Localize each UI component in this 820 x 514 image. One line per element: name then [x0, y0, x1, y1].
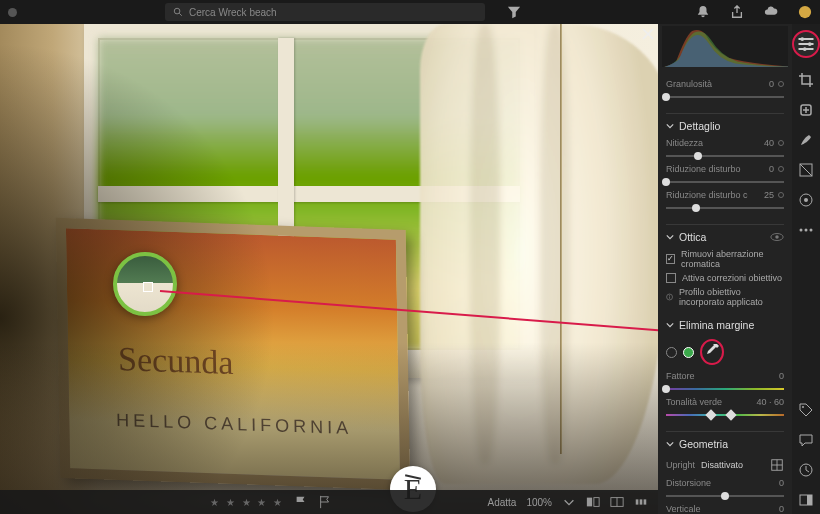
svg-point-25 — [800, 229, 803, 232]
amount-slider[interactable] — [666, 383, 784, 395]
info-icon — [666, 292, 673, 302]
filmstrip-bar: ★ ★ ★ ★ ★ Adatta 100% — [0, 490, 658, 514]
nr-value: 0 — [752, 164, 774, 174]
heal-icon[interactable] — [798, 102, 814, 118]
compare-icon[interactable] — [586, 495, 600, 509]
chevron-down-icon[interactable] — [562, 495, 576, 509]
panel-toggle-icon[interactable] — [798, 492, 814, 508]
svg-rect-8 — [640, 499, 643, 504]
optics-header[interactable]: Ottica — [666, 224, 784, 247]
lens-checkbox[interactable]: Attiva correzioni obiettivo — [666, 271, 784, 285]
fit-label[interactable]: Adatta — [488, 497, 517, 508]
svg-line-1 — [179, 13, 182, 16]
svg-point-20 — [803, 47, 807, 51]
radial-gradient-icon[interactable] — [798, 192, 814, 208]
app-root: Cerca Wreck beach Secunda HELLO CALIFORN… — [0, 0, 820, 514]
grain-reset[interactable] — [778, 81, 784, 87]
eye-icon[interactable] — [770, 232, 784, 242]
close-icon[interactable] — [642, 28, 654, 40]
hue-slider[interactable] — [666, 409, 784, 421]
nr-color-value: 25 — [752, 190, 774, 200]
top-bar: Cerca Wreck beach — [0, 0, 820, 24]
share-icon[interactable] — [730, 5, 744, 19]
vertical-value: 0 — [762, 504, 784, 514]
reject-icon[interactable] — [318, 495, 332, 509]
hue-value: 40 · 60 — [748, 397, 784, 407]
zoom-value[interactable]: 100% — [526, 497, 552, 508]
svg-rect-7 — [636, 499, 639, 504]
grain-slider[interactable] — [666, 91, 784, 103]
eyedropper-highlight — [700, 339, 724, 365]
user-icon[interactable] — [798, 5, 812, 19]
distortion-value: 0 — [762, 478, 784, 488]
sharpness-label: Nitidezza — [666, 138, 748, 148]
cloud-icon[interactable] — [764, 5, 778, 19]
sharpness-slider[interactable] — [666, 150, 784, 162]
svg-point-2 — [799, 6, 811, 18]
profile-info: Profilo obiettivo incorporato applicato — [666, 285, 784, 309]
svg-rect-4 — [594, 498, 599, 507]
rating-stars[interactable]: ★ ★ ★ ★ ★ — [210, 497, 284, 508]
photo-canvas[interactable]: Secunda HELLO CALIFORNIA E ★ ★ ★ ★ ★ Ada… — [0, 24, 658, 514]
grain-label: Granulosità — [666, 79, 748, 89]
amount-value: 0 — [762, 371, 784, 381]
comments-icon[interactable] — [798, 432, 814, 448]
svg-point-14 — [669, 295, 670, 296]
histogram[interactable] — [662, 26, 788, 67]
crop-icon[interactable] — [798, 72, 814, 88]
svg-rect-31 — [807, 495, 812, 505]
tool-strip — [792, 24, 820, 514]
distortion-label: Distorsione — [666, 478, 758, 488]
svg-rect-3 — [587, 498, 592, 507]
guided-upright-icon[interactable] — [770, 458, 784, 472]
window-dot[interactable] — [8, 8, 17, 17]
edit-sliders-icon[interactable] — [792, 30, 820, 58]
brush-icon[interactable] — [798, 132, 814, 148]
optics-title: Ottica — [679, 231, 706, 243]
nr-color-slider[interactable] — [666, 202, 784, 214]
chevron-down-icon — [666, 440, 674, 448]
fringe-header[interactable]: Elimina margine — [666, 313, 784, 335]
vertical-label: Verticale — [666, 504, 758, 514]
svg-point-28 — [802, 406, 804, 408]
upright-label: Upright — [666, 460, 695, 470]
nr-slider[interactable] — [666, 176, 784, 188]
nr-color-label: Riduzione disturbo colore — [666, 190, 748, 200]
search-input[interactable]: Cerca Wreck beach — [165, 3, 485, 21]
geometry-header[interactable]: Geometria — [666, 431, 784, 454]
keywords-icon[interactable] — [798, 402, 814, 418]
activity-icon[interactable] — [798, 462, 814, 478]
flag-icon[interactable] — [294, 495, 308, 509]
upright-select[interactable]: Disattivato — [701, 460, 764, 470]
color-loupe[interactable] — [113, 252, 177, 316]
eyedropper-icon[interactable] — [704, 343, 720, 359]
bell-icon[interactable] — [696, 5, 710, 19]
svg-point-26 — [805, 229, 808, 232]
chevron-down-icon — [666, 233, 674, 241]
grid-view-icon[interactable] — [610, 495, 624, 509]
search-placeholder: Cerca Wreck beach — [189, 7, 277, 18]
chevron-down-icon — [666, 122, 674, 130]
body: Secunda HELLO CALIFORNIA E ★ ★ ★ ★ ★ Ada… — [0, 24, 820, 514]
filter-icon[interactable] — [507, 5, 521, 19]
distortion-slider[interactable] — [666, 490, 784, 502]
detail-header[interactable]: Dettaglio — [666, 113, 784, 136]
ca-checkbox[interactable]: ✓Rimuovi aberrazione cromatica — [666, 247, 784, 271]
svg-rect-9 — [644, 499, 647, 504]
linear-gradient-icon[interactable] — [798, 162, 814, 178]
fringe-purple-swatch[interactable] — [666, 347, 677, 358]
photo: Secunda HELLO CALIFORNIA — [0, 24, 658, 514]
edit-panel: Granulosità 0 Dettaglio Nitidezza 40 — [658, 24, 792, 514]
nr-reset[interactable] — [778, 166, 784, 172]
more-icon[interactable] — [798, 222, 814, 238]
detail-title: Dettaglio — [679, 120, 720, 132]
fringe-green-swatch[interactable] — [683, 347, 694, 358]
filmstrip-toggle-icon[interactable] — [634, 495, 648, 509]
geometry-title: Geometria — [679, 438, 728, 450]
svg-point-18 — [800, 37, 804, 41]
svg-point-24 — [804, 198, 808, 202]
sharpness-value: 40 — [752, 138, 774, 148]
nr-color-reset[interactable] — [778, 192, 784, 198]
search-icon — [173, 7, 183, 17]
sharpness-reset[interactable] — [778, 140, 784, 146]
